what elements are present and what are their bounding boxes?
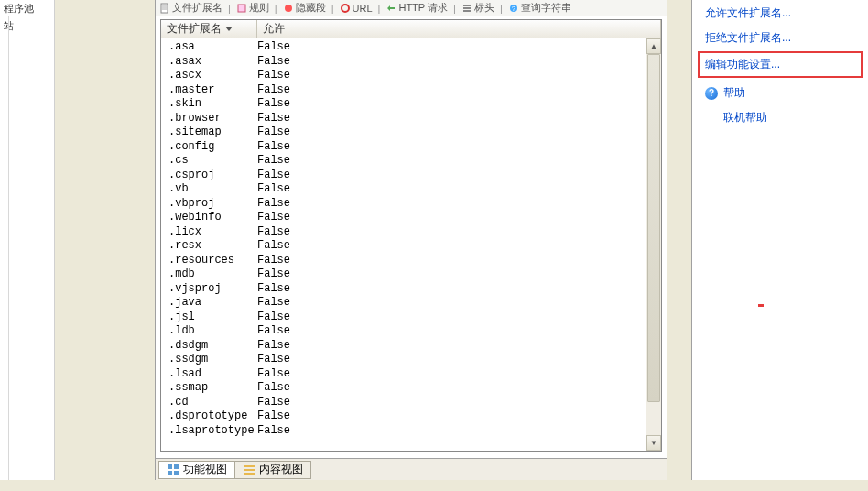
cell-extension: .lsad <box>161 367 257 382</box>
table-row[interactable]: .csprojFalse <box>161 169 646 183</box>
action-help[interactable]: ? 帮助 <box>692 80 868 104</box>
vertical-splitter[interactable] <box>667 0 692 480</box>
table-row[interactable]: .skinFalse <box>161 97 646 112</box>
table-row[interactable]: .dsprototypeFalse <box>161 409 646 424</box>
action-online-help[interactable]: 联机帮助 <box>692 104 868 129</box>
table-row[interactable]: .asaFalse <box>161 40 646 55</box>
svg-rect-14 <box>244 469 255 471</box>
svg-point-2 <box>285 5 292 12</box>
table-row[interactable]: .configFalse <box>161 140 646 155</box>
table-row[interactable]: .sitemapFalse <box>161 125 646 140</box>
table-row[interactable]: .resxFalse <box>161 239 646 254</box>
column-header-allow[interactable]: 允许 <box>257 20 661 38</box>
table-row[interactable]: .vbprojFalse <box>161 197 646 212</box>
table-row[interactable]: .ssdgmFalse <box>161 353 646 367</box>
help-icon: ? <box>705 87 718 100</box>
table-row[interactable]: .vjsprojFalse <box>161 282 646 297</box>
cell-allow: False <box>257 353 646 367</box>
action-edit-feature-settings[interactable]: 编辑功能设置... <box>698 51 863 78</box>
toolbar-tab-file-ext[interactable]: 文件扩展名 <box>156 1 226 15</box>
filter-toolbar: 文件扩展名 | 规则 | 隐藏段 | URL | HTTP 请求 | 标头 | … <box>156 0 667 16</box>
svg-rect-6 <box>463 10 471 12</box>
cell-allow: False <box>257 267 646 282</box>
scroll-down-button[interactable]: ▼ <box>646 435 661 451</box>
features-view-icon <box>167 464 179 476</box>
tree-fragment: 程序池 站 <box>0 0 55 480</box>
cell-allow: False <box>257 154 646 169</box>
table-row[interactable]: .webinfoFalse <box>161 211 646 225</box>
table-row[interactable]: .jslFalse <box>161 311 646 325</box>
cell-extension: .ldb <box>161 324 257 339</box>
toolbar-tab-url[interactable]: URL <box>336 3 376 14</box>
table-row[interactable]: .ssmapFalse <box>161 381 646 396</box>
cell-extension: .dsdgm <box>161 339 257 354</box>
cell-extension: .resx <box>161 239 257 254</box>
table-row[interactable]: .vbFalse <box>161 182 646 197</box>
vertical-scrollbar[interactable]: ▲ ▼ <box>646 38 661 451</box>
table-row[interactable]: .lsaprototypeFalse <box>161 424 646 439</box>
http-icon <box>385 3 396 14</box>
tab-features-view[interactable]: 功能视图 <box>158 461 235 479</box>
svg-rect-4 <box>463 5 471 6</box>
cell-allow: False <box>257 239 646 254</box>
cell-allow: False <box>257 254 646 268</box>
table-row[interactable]: .mdbFalse <box>161 267 646 282</box>
cell-extension: .vbproj <box>161 197 257 212</box>
rules-icon <box>236 3 247 14</box>
svg-rect-1 <box>238 5 245 12</box>
cell-extension: .ssdgm <box>161 353 257 367</box>
table-row[interactable]: .ascxFalse <box>161 69 646 83</box>
table-row[interactable]: .csFalse <box>161 154 646 169</box>
table-row[interactable]: .browserFalse <box>161 112 646 126</box>
toolbar-tab-hidden[interactable]: 隐藏段 <box>279 1 330 15</box>
cell-extension: .asa <box>161 40 257 55</box>
cell-allow: False <box>257 381 646 396</box>
scroll-thumb[interactable] <box>647 54 660 402</box>
toolbar-tab-rules[interactable]: 规则 <box>233 1 273 15</box>
svg-rect-12 <box>174 471 179 475</box>
list-header: 文件扩展名 允许 <box>161 20 661 38</box>
cell-allow: False <box>257 409 646 424</box>
table-row[interactable]: .asaxFalse <box>161 55 646 70</box>
svg-rect-10 <box>174 464 179 469</box>
scroll-up-button[interactable]: ▲ <box>646 38 661 54</box>
table-row[interactable]: .javaFalse <box>161 296 646 311</box>
table-row[interactable]: .licxFalse <box>161 225 646 240</box>
svg-text:?: ? <box>512 5 516 13</box>
cell-extension: .vb <box>161 182 257 197</box>
action-allow-extension[interactable]: 允许文件扩展名... <box>692 0 868 25</box>
toolbar-tab-http[interactable]: HTTP 请求 <box>382 1 451 15</box>
action-deny-extension[interactable]: 拒绝文件扩展名... <box>692 25 868 49</box>
query-icon: ? <box>508 3 519 14</box>
cell-allow: False <box>257 296 646 311</box>
cell-extension: .master <box>161 83 257 98</box>
actions-panel: 允许文件扩展名... 拒绝文件扩展名... 编辑功能设置... ? 帮助 联机帮… <box>692 0 868 480</box>
table-row[interactable]: .masterFalse <box>161 83 646 98</box>
cell-extension: .lsaprototype <box>161 424 257 439</box>
cell-extension: .sitemap <box>161 125 257 140</box>
document-icon <box>159 3 170 14</box>
toolbar-tab-headers[interactable]: 标头 <box>458 1 498 15</box>
cell-extension: .csproj <box>161 169 257 183</box>
table-row[interactable]: .dsdgmFalse <box>161 339 646 354</box>
cell-allow: False <box>257 97 646 112</box>
cell-allow: False <box>257 182 646 197</box>
main-panel: 文件扩展名 | 规则 | 隐藏段 | URL | HTTP 请求 | 标头 | … <box>156 0 667 480</box>
cell-allow: False <box>257 339 646 354</box>
column-header-extension[interactable]: 文件扩展名 <box>161 20 257 38</box>
cell-allow: False <box>257 55 646 70</box>
cell-allow: False <box>257 324 646 339</box>
table-row[interactable]: .resourcesFalse <box>161 254 646 268</box>
cell-allow: False <box>257 140 646 155</box>
table-row[interactable]: .cdFalse <box>161 396 646 410</box>
table-row[interactable]: .lsadFalse <box>161 367 646 382</box>
table-row[interactable]: .ldbFalse <box>161 324 646 339</box>
cell-extension: .dsprototype <box>161 409 257 424</box>
cell-extension: .webinfo <box>161 211 257 225</box>
svg-rect-11 <box>168 471 172 475</box>
cell-extension: .ssmap <box>161 381 257 396</box>
list-rows: .asaFalse.asaxFalse.ascxFalse.masterFals… <box>161 38 646 451</box>
tree-text-1: 程序池 <box>0 0 54 17</box>
tab-content-view[interactable]: 内容视图 <box>234 461 311 479</box>
toolbar-tab-query[interactable]: ? 查询字符串 <box>505 1 575 15</box>
